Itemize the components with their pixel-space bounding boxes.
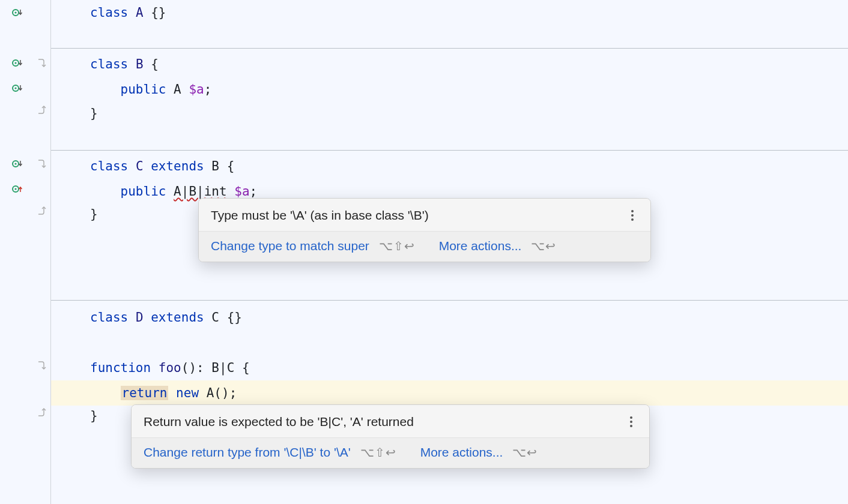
code-line: class B { [51,52,848,77]
inspection-message: Type must be '\A' (as in base class '\B'… [211,208,429,223]
fold-start-icon[interactable] [37,158,47,169]
keyword-function: function [90,361,151,375]
section-rule [51,150,848,151]
fold-end-icon[interactable] [37,205,47,216]
brace-open: { [242,361,250,375]
keyword-extends: extends [151,159,204,173]
svg-point-1 [14,11,16,13]
keyword-new: new [176,386,199,400]
return-type: B|C [211,361,234,375]
semicolon: ; [229,386,237,400]
braces: {} [227,310,242,325]
base-type: C [211,310,219,325]
keyword-class: class [90,159,128,173]
svg-point-5 [14,87,16,89]
type-name: D [136,310,144,325]
brace-open: { [151,57,159,71]
class-ref: A [207,386,214,400]
svg-point-3 [14,62,16,64]
type-hint-error: A|B|int [174,184,227,199]
svg-point-7 [14,163,16,164]
more-actions-link[interactable]: More actions... [439,239,522,253]
colon: : [196,361,204,375]
quick-fix-primary[interactable]: Change type to match super [211,239,369,253]
variable: $a [234,184,249,199]
inspection-message: Return value is expected to be 'B|C', 'A… [144,415,414,429]
keyword-class: class [90,57,128,71]
base-type: B [211,159,219,173]
svg-point-9 [14,188,16,190]
code-line: public A $a; [51,77,848,102]
quick-fix-primary[interactable]: Change return type from '\C|\B' to '\A' [144,445,351,459]
fold-start-icon[interactable] [37,360,47,371]
type-name: B [136,57,144,71]
section-rule [51,300,848,301]
code-line-highlight: return new A(); [51,380,848,406]
brace-close: } [90,106,98,121]
semicolon: ; [204,82,212,97]
shortcut-label: ⌥⇧↩ [379,239,415,253]
section-rule [51,48,848,49]
brace-close: } [90,207,98,221]
keyword-public: public [121,82,166,97]
code-line: class D extends C {} [51,305,848,330]
keyword-extends: extends [151,310,204,325]
parens: () [214,386,229,400]
inspection-popup: Return value is expected to be 'B|C', 'A… [131,404,650,469]
gutter [0,0,33,504]
fold-gutter [33,0,51,504]
keyword-public: public [121,184,166,199]
override-down-icon[interactable] [11,56,24,70]
more-options-icon[interactable] [625,416,637,428]
override-down-icon[interactable] [11,6,24,19]
braces: {} [151,5,166,20]
code-line: function foo(): B|C { [51,355,848,380]
keyword-class: class [90,5,128,20]
brace-open: { [227,159,235,173]
shortcut-label: ⌥↩ [512,446,538,459]
shortcut-label: ⌥↩ [531,239,556,253]
code-line: } [51,101,848,126]
type-name: A [136,5,144,20]
function-name: foo [159,361,181,375]
keyword-class: class [90,310,128,325]
fold-end-icon[interactable] [37,407,47,418]
inspection-popup: Type must be '\A' (as in base class '\B'… [198,198,651,262]
type-hint: A [174,82,181,97]
parens: () [181,361,196,375]
shortcut-label: ⌥⇧↩ [360,446,396,459]
variable: $a [189,82,204,97]
override-down-icon[interactable] [11,157,24,170]
fold-start-icon[interactable] [37,58,47,68]
fold-end-icon[interactable] [37,104,47,115]
brace-close: } [90,409,98,423]
implements-up-icon[interactable] [11,182,24,196]
more-actions-link[interactable]: More actions... [420,445,503,459]
type-name: C [136,159,144,173]
keyword-return: return [122,386,168,400]
semicolon: ; [250,184,258,199]
code-line: class A {} [51,0,848,25]
more-options-icon[interactable] [626,209,638,221]
code-line: class C extends B { [51,154,848,179]
override-down-icon[interactable] [11,82,24,95]
